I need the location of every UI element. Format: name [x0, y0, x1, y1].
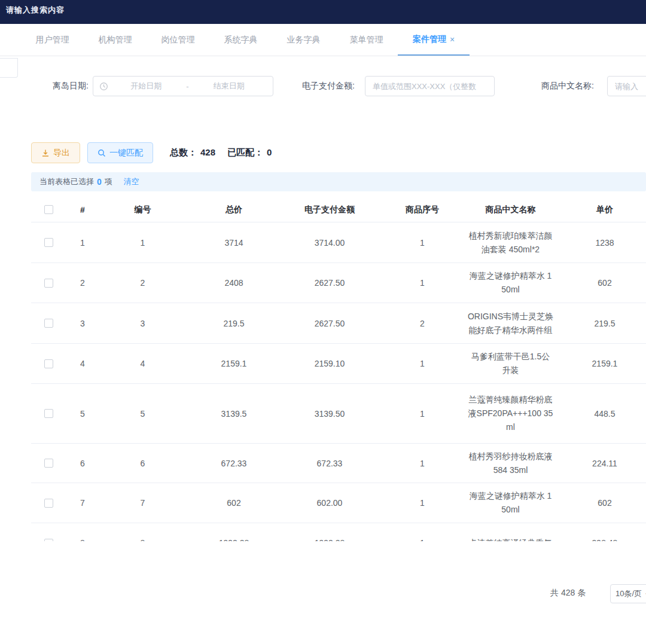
col-header-total: 总价	[186, 205, 282, 215]
row-checkbox[interactable]	[44, 539, 53, 542]
tab-org-management[interactable]: 机构管理	[84, 24, 147, 56]
filter-row: 离岛日期: 开始日期 - 结束日期 电子支付金额: 商品中文名称:	[0, 76, 646, 96]
cell-total: 672.33	[186, 459, 282, 468]
cell-name: 海蓝之谜修护精萃水 150ml	[467, 265, 554, 300]
cell-index: 4	[66, 359, 99, 368]
tab-post-management[interactable]: 岗位管理	[147, 24, 209, 56]
count-summary: 总数： 428 已匹配： 0	[170, 147, 272, 158]
cell-total: 2408	[186, 278, 282, 288]
cell-name: 海蓝之谜修护精萃水 150ml	[467, 486, 554, 520]
col-header-index: #	[66, 205, 99, 215]
cell-code: 3	[99, 319, 186, 328]
cell-index: 8	[66, 538, 99, 541]
cell-index: 1	[66, 238, 99, 248]
tab-user-management[interactable]: 用户管理	[21, 24, 84, 56]
cell-code: 6	[99, 459, 186, 468]
page-size-select[interactable]: 10条/页 ▾	[610, 584, 646, 603]
cell-seq: 1	[377, 538, 467, 541]
cell-index: 7	[66, 498, 99, 508]
tab-label: 案件管理	[413, 34, 446, 45]
select-all-checkbox[interactable]	[44, 205, 53, 214]
cell-unit: 2159.1	[554, 359, 646, 368]
table-row: 2 2 2408 2627.50 1 海蓝之谜修护精萃水 150ml 602	[31, 263, 646, 303]
cell-seq: 2	[377, 319, 467, 328]
cell-index: 5	[66, 409, 99, 419]
table-row: 3 3 219.5 2627.50 2 ORIGINS韦博士灵芝焕能好底子精华水…	[31, 303, 646, 344]
tab-system-dict[interactable]: 系统字典	[209, 24, 272, 56]
matched-value: 0	[267, 147, 272, 158]
table-row: 6 6 672.33 672.33 1 植村秀羽纱持妆粉底液584 35ml 2…	[31, 444, 646, 483]
total-label: 总数：	[170, 147, 197, 158]
row-checkbox[interactable]	[44, 409, 53, 418]
col-header-unit: 单价	[554, 205, 646, 215]
cell-unit: 448.5	[554, 409, 646, 419]
cell-seq: 1	[377, 459, 467, 468]
amount-input-box	[365, 76, 495, 96]
table-body: 1 1 3714 3714.00 1 植村秀新琥珀臻萃洁颜油套装 450ml*2…	[31, 222, 646, 541]
amount-filter-label: 电子支付金额:	[302, 81, 355, 91]
cell-epay: 1993.38	[282, 538, 377, 541]
cell-epay: 672.33	[282, 459, 377, 468]
cell-total: 602	[186, 498, 282, 508]
col-header-seq: 商品序号	[377, 205, 467, 215]
tab-bar: 用户管理 机构管理 岗位管理 系统字典 业务字典 菜单管理 案件管理 ×	[0, 24, 646, 56]
cell-index: 3	[66, 319, 99, 328]
cell-total: 3139.5	[186, 409, 282, 419]
tab-case-management[interactable]: 案件管理 ×	[398, 24, 470, 56]
tab-label: 用户管理	[36, 35, 69, 45]
top-navbar: 请输入搜索内容	[0, 0, 646, 24]
row-checkbox[interactable]	[44, 238, 53, 247]
pagination-total: 共 428 条	[550, 588, 586, 599]
cell-unit: 602	[554, 498, 646, 508]
tab-label: 系统字典	[224, 35, 258, 45]
cell-seq: 1	[377, 278, 467, 288]
cell-code: 4	[99, 359, 186, 368]
row-checkbox[interactable]	[44, 359, 53, 368]
table-row: 7 7 602 602.00 1 海蓝之谜修护精萃水 150ml 602	[31, 483, 646, 523]
one-key-match-button[interactable]: 一键匹配	[87, 142, 153, 163]
cell-code: 8	[99, 538, 186, 541]
date-separator: -	[184, 82, 191, 91]
date-range-picker[interactable]: 开始日期 - 结束日期	[93, 76, 273, 96]
matched-label: 已匹配：	[227, 147, 263, 158]
export-button[interactable]: 导出	[31, 142, 80, 163]
col-header-epay: 电子支付金额	[282, 205, 377, 215]
product-name-input[interactable]	[608, 77, 646, 96]
row-checkbox[interactable]	[44, 279, 53, 288]
cell-epay: 3139.50	[282, 409, 377, 419]
tab-business-dict[interactable]: 业务字典	[272, 24, 335, 56]
col-header-code: 编号	[99, 205, 186, 215]
cell-total: 2159.1	[186, 359, 282, 368]
date-filter-label: 离岛日期:	[53, 81, 89, 91]
cell-name: 植村秀羽纱持妆粉底液584 35ml	[467, 446, 554, 481]
cell-epay: 2627.50	[282, 319, 377, 328]
tab-label: 岗位管理	[162, 35, 195, 45]
cell-unit: 398.48	[554, 538, 646, 541]
name-input-box	[607, 76, 646, 96]
cell-seq: 1	[377, 359, 467, 368]
tab-label: 菜单管理	[350, 35, 383, 45]
cell-index: 2	[66, 278, 99, 288]
cell-unit: 219.5	[554, 319, 646, 328]
cell-unit: 224.11	[554, 459, 646, 468]
cell-unit: 602	[554, 278, 646, 288]
match-label: 一键匹配	[109, 148, 143, 158]
row-checkbox[interactable]	[44, 499, 53, 508]
amount-input[interactable]	[365, 77, 494, 96]
table-row: 5 5 3139.5 3139.50 1 兰蔻菁纯臻颜精华粉底液SPF20PA+…	[31, 384, 646, 444]
clear-selection-link[interactable]: 清空	[124, 176, 139, 187]
cell-code: 2	[99, 278, 186, 288]
cell-seq: 1	[377, 238, 467, 248]
row-checkbox[interactable]	[44, 459, 53, 468]
download-icon	[41, 149, 50, 157]
close-icon[interactable]: ×	[450, 35, 455, 44]
cell-name: 马爹利蓝带干邑1.5公升装	[467, 346, 554, 381]
cell-total: 3714	[186, 238, 282, 248]
cell-unit: 1238	[554, 238, 646, 248]
cell-epay: 2159.10	[282, 359, 377, 368]
table-row: 1 1 3714 3714.00 1 植村秀新琥珀臻萃洁颜油套装 450ml*2…	[31, 222, 646, 263]
cell-name: 植村秀新琥珀臻萃洁颜油套装 450ml*2	[467, 225, 554, 260]
row-checkbox[interactable]	[44, 319, 53, 328]
global-search-input[interactable]: 请输入搜索内容	[6, 5, 65, 16]
tab-menu-management[interactable]: 菜单管理	[335, 24, 398, 56]
